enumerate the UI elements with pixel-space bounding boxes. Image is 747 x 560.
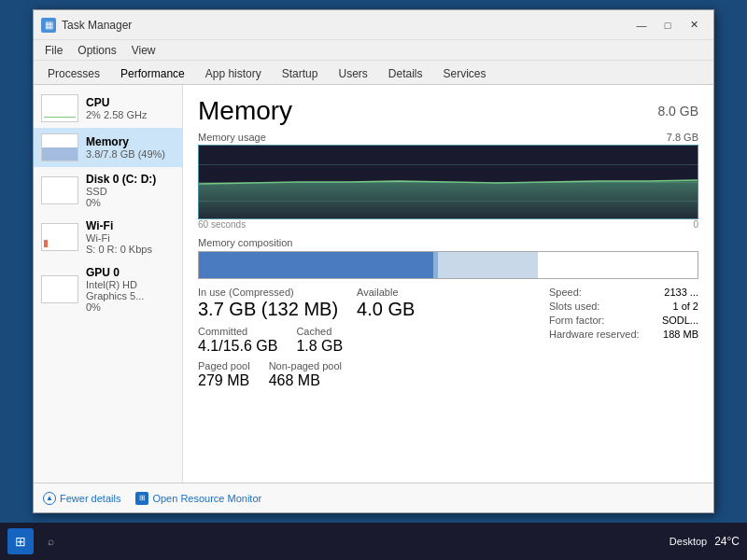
window-controls: — □ ✕ — [629, 16, 706, 35]
tab-performance[interactable]: Performance — [110, 63, 195, 84]
tab-processes[interactable]: Processes — [37, 63, 110, 84]
chevron-up-icon: ▲ — [43, 492, 56, 505]
hw-reserved-row: Hardware reserved: 188 MB — [549, 329, 698, 340]
temperature-badge: 24°C — [714, 535, 740, 548]
form-factor-row: Form factor: SODL... — [549, 315, 698, 326]
tabs-bar: Processes Performance App history Startu… — [34, 61, 713, 85]
memory-thumbnail — [41, 133, 78, 161]
chart-time-labels: 60 seconds 0 — [198, 219, 698, 230]
desktop-label: Desktop — [669, 536, 707, 547]
open-resource-monitor-button[interactable]: ⊞ Open Resource Monitor — [135, 492, 261, 505]
stats-left: In use (Compressed) 3.7 GB (132 MB) Avai… — [198, 287, 534, 389]
tab-details[interactable]: Details — [378, 63, 433, 84]
monitor-icon: ⊞ — [135, 492, 148, 505]
minimize-button[interactable]: — — [629, 16, 654, 35]
stats-right: Speed: 2133 ... Slots used: 1 of 2 Form … — [549, 287, 698, 389]
memory-composition-section: Memory composition — [198, 237, 698, 279]
composition-bar — [198, 251, 698, 279]
taskbar: ⊞ ⌕ Desktop 24°C — [0, 523, 747, 560]
main-content: CPU 2% 2.58 GHz Memory 3.8/7.8 GB (49%) … — [34, 85, 713, 483]
memory-usage-label: Memory usage — [198, 132, 266, 143]
app-icon: ▦ — [41, 18, 56, 33]
sidebar-item-memory[interactable]: Memory 3.8/7.8 GB (49%) — [34, 128, 182, 167]
search-button[interactable]: ⌕ — [37, 528, 63, 554]
tab-services[interactable]: Services — [433, 63, 497, 84]
comp-free — [538, 252, 698, 278]
sidebar-item-gpu[interactable]: GPU 0 Intel(R) HD Graphics 5... 0% — [34, 260, 182, 318]
memory-usage-section: Memory usage 7.8 GB — [198, 132, 698, 230]
maximize-button[interactable]: □ — [655, 16, 680, 35]
window-title: Task Manager — [62, 19, 629, 32]
gpu-thumbnail — [41, 275, 78, 303]
title-bar: ▦ Task Manager — □ ✕ — [34, 10, 713, 40]
comp-standby — [438, 252, 538, 278]
memory-title: Memory — [86, 135, 175, 148]
detail-panel: Memory 8.0 GB Memory usage 7.8 GB — [183, 85, 713, 483]
wifi-sub2: S: 0 R: 0 Kbps — [86, 244, 175, 255]
tab-users[interactable]: Users — [328, 63, 377, 84]
menu-bar: File Options View — [34, 40, 713, 61]
disk-sub2: 0% — [86, 197, 175, 208]
detail-header: Memory 8.0 GB — [198, 96, 698, 126]
cpu-info: CPU 2% 2.58 GHz — [86, 96, 175, 120]
task-manager-window: ▦ Task Manager — □ ✕ File Options View P… — [33, 9, 714, 513]
detail-title: Memory — [198, 96, 292, 126]
sidebar: CPU 2% 2.58 GHz Memory 3.8/7.8 GB (49%) … — [34, 85, 183, 483]
disk-info: Disk 0 (C: D:) SSD 0% — [86, 173, 175, 208]
menu-view[interactable]: View — [124, 42, 163, 59]
wifi-info: Wi-Fi Wi-Fi S: 0 R: 0 Kbps — [86, 219, 175, 255]
menu-file[interactable]: File — [37, 42, 70, 59]
tab-app-history[interactable]: App history — [195, 63, 272, 84]
chart-max-label: 7.8 GB — [667, 132, 698, 143]
menu-options[interactable]: Options — [70, 42, 123, 59]
memory-usage-chart — [198, 145, 698, 219]
fewer-details-button[interactable]: ▲ Fewer details — [43, 492, 120, 505]
sidebar-item-cpu[interactable]: CPU 2% 2.58 GHz — [34, 89, 182, 128]
wifi-thumbnail — [41, 223, 78, 251]
bottom-bar: ▲ Fewer details ⊞ Open Resource Monitor — [34, 483, 713, 512]
gpu-sub2: 0% — [86, 301, 175, 313]
stats-lower: In use (Compressed) 3.7 GB (132 MB) Avai… — [198, 287, 698, 389]
stat-non-paged-pool: Non-paged pool 468 MB — [269, 360, 342, 389]
tab-startup[interactable]: Startup — [272, 63, 329, 84]
disk-title: Disk 0 (C: D:) — [86, 173, 175, 186]
disk-thumbnail — [41, 176, 78, 204]
memory-sub: 3.8/7.8 GB (49%) — [86, 148, 175, 160]
stat-paged-pool: Paged pool 279 MB — [198, 360, 250, 389]
cpu-thumbnail — [41, 94, 78, 122]
stat-committed: Committed 4.1/15.6 GB — [198, 326, 277, 355]
detail-total: 8.0 GB — [657, 104, 698, 119]
sidebar-item-disk[interactable]: Disk 0 (C: D:) SSD 0% — [34, 167, 182, 214]
gpu-sub1: Intel(R) HD Graphics 5... — [86, 279, 175, 301]
slots-row: Slots used: 1 of 2 — [549, 301, 698, 312]
memory-info: Memory 3.8/7.8 GB (49%) — [86, 135, 175, 160]
gpu-info: GPU 0 Intel(R) HD Graphics 5... 0% — [86, 266, 175, 313]
cpu-title: CPU — [86, 96, 175, 109]
sidebar-item-wifi[interactable]: Wi-Fi Wi-Fi S: 0 R: 0 Kbps — [34, 214, 182, 260]
composition-label: Memory composition — [198, 237, 698, 248]
speed-row: Speed: 2133 ... — [549, 287, 698, 298]
stat-available: Available 4.0 GB — [357, 287, 415, 320]
wifi-title: Wi-Fi — [86, 219, 175, 232]
disk-sub1: SSD — [86, 186, 175, 197]
cpu-sub: 2% 2.58 GHz — [86, 109, 175, 120]
wifi-sub1: Wi-Fi — [86, 232, 175, 244]
stat-cached: Cached 1.8 GB — [296, 326, 343, 355]
gpu-title: GPU 0 — [86, 266, 175, 279]
close-button[interactable]: ✕ — [682, 16, 706, 35]
taskbar-right: Desktop 24°C — [669, 535, 740, 548]
comp-in-use — [199, 252, 433, 278]
start-button[interactable]: ⊞ — [7, 528, 34, 554]
stat-in-use: In use (Compressed) 3.7 GB (132 MB) — [198, 287, 338, 320]
